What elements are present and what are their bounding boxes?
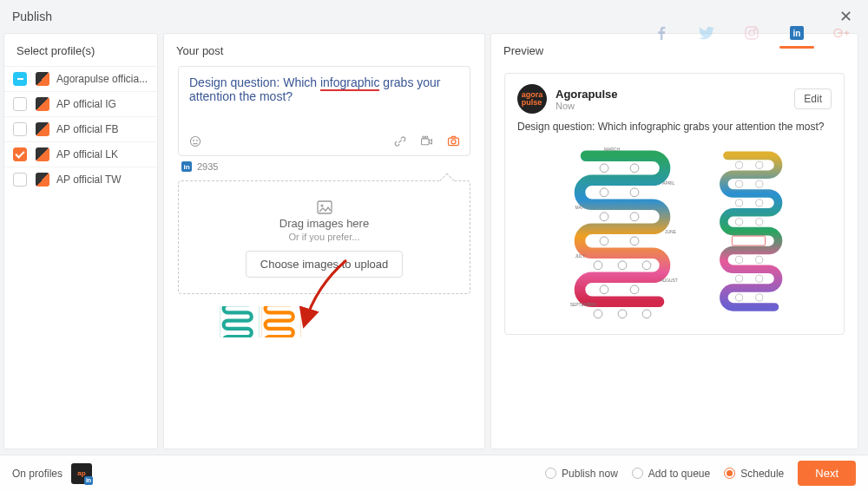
radio[interactable] [724, 468, 735, 479]
camera-icon[interactable] [446, 134, 461, 148]
svg-point-31 [630, 237, 639, 245]
svg-point-8 [451, 140, 456, 144]
svg-point-52 [735, 275, 742, 282]
profiles-header: Select profile(s) [4, 34, 157, 66]
svg-text:APRIL: APRIL [662, 181, 674, 186]
svg-point-33 [618, 261, 627, 270]
svg-point-53 [755, 275, 762, 282]
svg-point-32 [594, 261, 602, 270]
profiles-panel: Select profile(s) Agorapulse officia... … [3, 33, 158, 449]
post-textarea[interactable]: Design question: Which infographic grabs… [179, 67, 470, 128]
preview-card: agorapulse Agorapulse Now Edit Design qu… [504, 73, 845, 335]
avatar: agorapulse [517, 84, 547, 114]
composer-panel: Your post Design question: Which infogra… [163, 33, 485, 449]
svg-text:in: in [793, 29, 801, 38]
profile-label: AP official TW [56, 173, 148, 186]
profile-all[interactable]: Agorapulse officia... [4, 66, 157, 91]
preview-panel: Preview in agorapulse Agorapulse Now Edi… [490, 33, 858, 449]
post-box: Design question: Which infographic grabs… [178, 66, 470, 156]
svg-point-38 [618, 310, 627, 318]
svg-point-1 [190, 136, 200, 146]
brand-icon [36, 147, 49, 161]
checkbox[interactable] [13, 97, 27, 111]
char-count: 2935 [197, 161, 218, 172]
svg-point-51 [755, 256, 762, 263]
option-add-to-queue[interactable]: Add to queue [632, 468, 710, 480]
option-publish-now[interactable]: Publish now [545, 468, 618, 480]
svg-point-46 [755, 200, 762, 206]
preview-time: Now [556, 101, 618, 111]
preview-images: MARCHAPRIL MAYJUNE JULYAUGUST SEPTEMBER [517, 141, 832, 324]
preview-tabs: in [653, 21, 851, 45]
svg-point-3 [196, 140, 197, 141]
svg-point-50 [735, 256, 742, 263]
brand-icon [36, 173, 49, 187]
profile-label: AP official LK [56, 148, 148, 160]
profile-item-tw[interactable]: AP official TW [4, 167, 157, 192]
profile-item-lk[interactable]: AP official LK [4, 141, 157, 167]
svg-point-42 [755, 161, 762, 168]
link-icon[interactable] [392, 134, 407, 148]
svg-point-6 [425, 136, 428, 139]
tab-twitter[interactable] [698, 21, 715, 45]
profile-label: AP official FB [56, 123, 148, 135]
svg-text:MARCH: MARCH [604, 147, 620, 152]
profile-label: AP official IG [56, 98, 148, 110]
edit-button[interactable]: Edit [794, 88, 832, 109]
tab-instagram[interactable] [743, 21, 760, 45]
svg-point-13 [754, 29, 756, 30]
modal-title: Publish [12, 10, 52, 23]
brand-icon [36, 122, 49, 136]
svg-point-39 [642, 310, 651, 318]
checkbox[interactable] [13, 147, 27, 161]
checkbox[interactable] [13, 173, 27, 187]
svg-point-34 [642, 261, 651, 270]
next-button[interactable]: Next [798, 461, 856, 486]
svg-point-28 [600, 213, 608, 221]
radio[interactable] [632, 468, 643, 479]
svg-point-10 [320, 205, 323, 207]
svg-point-36 [630, 285, 639, 294]
svg-point-30 [600, 237, 608, 245]
image-icon [317, 200, 332, 214]
svg-point-24 [600, 164, 608, 173]
tab-linkedin[interactable]: in [788, 21, 806, 45]
checkbox[interactable] [13, 122, 27, 136]
option-schedule[interactable]: Schedule [724, 468, 784, 480]
on-profiles: On profiles ap [12, 463, 92, 484]
svg-text:JULY: JULY [575, 254, 585, 259]
video-icon[interactable] [419, 134, 434, 148]
choose-images-button[interactable]: Choose images to upload [246, 251, 403, 278]
thumbnail[interactable] [178, 306, 218, 337]
profile-all-label: Agorapulse officia... [56, 73, 148, 85]
thumbnail[interactable] [220, 306, 260, 337]
svg-point-2 [193, 140, 194, 141]
svg-point-45 [735, 200, 742, 206]
on-profiles-label: On profiles [12, 468, 62, 480]
svg-point-5 [423, 136, 425, 139]
composer-header: Your post [164, 34, 484, 66]
preview-image: MARCHAPRIL MAYJUNE JULYAUGUST SEPTEMBER [567, 141, 690, 324]
checkbox-all[interactable] [13, 72, 27, 86]
image-drop-zone[interactable]: Drag images here Or if you prefer... Cho… [178, 180, 470, 294]
profile-item-ig[interactable]: AP official IG [4, 91, 157, 116]
svg-point-43 [735, 180, 742, 187]
preview-header: Preview [503, 34, 556, 66]
emoji-icon[interactable] [187, 134, 202, 148]
drop-title: Drag images here [187, 217, 461, 230]
svg-text:AUGUST: AUGUST [660, 278, 677, 283]
tab-facebook[interactable] [653, 21, 670, 45]
preview-image [718, 141, 783, 324]
svg-point-37 [594, 310, 602, 318]
svg-text:MAY: MAY [575, 206, 584, 210]
svg-point-54 [735, 294, 742, 301]
bottom-bar: On profiles ap Publish now Add to queue … [0, 455, 868, 491]
svg-rect-4 [422, 139, 430, 145]
profile-item-fb[interactable]: AP official FB [4, 116, 157, 141]
profile-badge[interactable]: ap [71, 463, 92, 484]
svg-point-29 [630, 213, 639, 221]
tab-googleplus[interactable] [833, 21, 851, 45]
brand-icon [36, 97, 49, 111]
thumbnail[interactable] [261, 306, 301, 337]
radio[interactable] [545, 468, 556, 479]
